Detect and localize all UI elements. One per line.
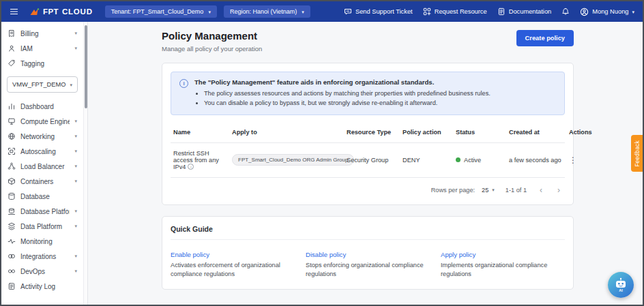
sidebar-item-iam[interactable]: IAM ▾: [1, 41, 83, 56]
request-resource-label: Request Resource: [435, 8, 487, 15]
request-resource-link[interactable]: Request Resource: [423, 7, 487, 16]
user-menu[interactable]: Mong Nuong ▾: [580, 7, 634, 16]
enable-policy-link[interactable]: Enable policy: [171, 251, 209, 258]
sidebar-item-label: Monitoring: [20, 238, 77, 245]
sidebar-item-activity-log[interactable]: Activity Log: [1, 279, 83, 294]
info-bullet: The policy assesses resources and action…: [204, 89, 491, 98]
topbar-right: Send Support Ticket Request Resource Doc…: [344, 7, 634, 16]
chevron-down-icon: ▾: [74, 179, 77, 184]
pagination-next-icon[interactable]: ›: [555, 185, 562, 195]
page-header: Policy Management Manage all policy of y…: [162, 30, 574, 52]
sidebar-item-label: Tagging: [20, 60, 77, 67]
disable-policy-link[interactable]: Disable policy: [306, 251, 346, 258]
sidebar-item-label: Load Balancer: [20, 163, 70, 170]
devops-infinity-icon: [8, 267, 16, 275]
autoscaling-icon: [8, 147, 16, 155]
apply-policy-description: Implements organizational compliance reg…: [441, 261, 565, 280]
chevron-down-icon: ▾: [74, 46, 77, 51]
ai-robot-icon: AI: [613, 277, 629, 293]
tag-icon: [8, 59, 16, 67]
sidebar-item-devops[interactable]: DevOps ▾: [1, 264, 83, 279]
status-cell: Active: [456, 157, 505, 164]
sidebar-item-monitoring[interactable]: Monitoring: [1, 234, 83, 249]
sidebar-item-label: Networking: [20, 133, 70, 140]
chevron-down-icon: ▾: [74, 254, 77, 259]
apply-policy-link[interactable]: Apply policy: [441, 251, 475, 258]
chevron-down-icon: ▾: [74, 134, 77, 139]
sidebar-item-label: Containers: [20, 178, 70, 185]
rows-per-page-value: 25: [482, 187, 488, 194]
notifications-bell-icon[interactable]: [561, 7, 570, 16]
region-label: Region: Hanoi (Vietnam): [230, 8, 297, 15]
page-title: Policy Management: [162, 30, 262, 42]
fpt-logo-icon: [29, 7, 40, 16]
networking-globe-icon: [8, 132, 16, 140]
chevron-down-icon: ▾: [74, 209, 77, 214]
info-icon: i: [179, 79, 188, 88]
policy-name-cell: Restrict SSH access from any IPv4i: [173, 150, 228, 170]
chevron-down-icon: ▾: [74, 164, 77, 169]
quick-guide-card: Quick Guide Enable policy Activates enfo…: [162, 216, 574, 290]
quick-guide-columns: Enable policy Activates enforcement of o…: [171, 247, 565, 280]
info-bullet: You can disable a policy to bypass it, b…: [204, 98, 491, 108]
sidebar-scrollbar-thumb[interactable]: [85, 25, 87, 108]
sidebar-item-database[interactable]: Database: [1, 189, 83, 204]
documentation-link[interactable]: Documentation: [497, 7, 552, 16]
sidebar-item-label: Database: [20, 193, 77, 200]
app-window: FPT CLOUD Tenant: FPT_Smart_Cloud_Demo ▾…: [0, 0, 644, 306]
rows-per-page: Rows per page: 25 ▾: [431, 187, 495, 194]
sidebar-item-label: IAM: [20, 45, 70, 52]
monitoring-pulse-icon: [8, 237, 16, 245]
info-icon: i: [188, 164, 194, 170]
policy-card: i The "Policy Management" feature aids i…: [162, 63, 574, 205]
column-header-status: Status: [456, 129, 505, 136]
row-actions-kebab-icon[interactable]: ⋮: [569, 155, 584, 165]
sidebar-item-compute-engine[interactable]: Compute Engine ▾: [1, 114, 83, 129]
sidebar-item-label: Integrations: [20, 253, 70, 260]
hamburger-menu-icon[interactable]: [10, 7, 18, 16]
apply-to-cell: FPT_Smart_Cloud_Demo ORG Admin Group: [232, 154, 342, 166]
chevron-down-icon: ▾: [74, 119, 77, 124]
sidebar-item-load-balancer[interactable]: Load Balancer ▾: [1, 159, 83, 174]
sidebar-item-database-platform[interactable]: Database Platform ▾: [1, 204, 83, 219]
enable-policy-description: Activates enforcement of organizational …: [171, 261, 295, 280]
activity-log-icon: [8, 282, 16, 290]
create-policy-button[interactable]: Create policy: [516, 30, 574, 46]
feedback-tab[interactable]: Feedback: [631, 135, 643, 172]
send-support-ticket-link[interactable]: Send Support Ticket: [344, 7, 413, 16]
project-selector-value: VMW_FPT_DEMO: [12, 81, 66, 88]
quick-guide-item: Apply policy Implements organizational c…: [441, 247, 565, 280]
dashboard-icon: [8, 102, 16, 110]
brand-fpt-text: FPT: [43, 7, 59, 16]
table-header-row: Name Apply to Resource Type Policy actio…: [171, 122, 565, 143]
column-header-created-at: Created at: [509, 129, 565, 136]
sidebar-item-label: DevOps: [20, 268, 70, 275]
sidebar-item-autoscaling[interactable]: Autoscaling ▾: [1, 144, 83, 159]
rows-per-page-select[interactable]: 25 ▾: [482, 187, 495, 194]
sidebar-item-data-platform[interactable]: Data Platform ▾: [1, 219, 83, 234]
data-platform-layers-icon: [8, 222, 16, 230]
quick-guide-item: Disable policy Stops enforcing organizat…: [306, 247, 430, 280]
sidebar-item-tagging[interactable]: Tagging: [1, 56, 83, 71]
column-header-resource-type: Resource Type: [347, 129, 398, 136]
tenant-selector[interactable]: Tenant: FPT_Smart_Cloud_Demo ▾: [105, 5, 217, 18]
project-selector[interactable]: VMW_FPT_DEMO ▾: [7, 76, 78, 93]
fpt-cloud-logo[interactable]: FPT CLOUD: [29, 7, 93, 16]
policy-name: Restrict SSH access from any IPv4: [173, 150, 219, 170]
sidebar-item-label: Database Platform: [20, 208, 70, 215]
request-resource-icon: [423, 7, 431, 16]
chevron-down-icon: ▾: [74, 269, 77, 274]
region-selector[interactable]: Region: Hanoi (Vietnam) ▾: [224, 5, 310, 18]
pagination-prev-icon[interactable]: ‹: [538, 185, 544, 195]
sidebar-item-label: Activity Log: [20, 283, 77, 290]
sidebar-item-networking[interactable]: Networking ▾: [1, 129, 83, 144]
documentation-icon: [497, 7, 506, 16]
caret-down-icon: ▾: [208, 10, 211, 14]
chevron-down-icon: ▾: [74, 149, 77, 154]
sidebar-item-billing[interactable]: Billing ▾: [1, 26, 83, 41]
sidebar-item-containers[interactable]: Containers ▾: [1, 174, 83, 189]
feedback-label: Feedback: [634, 140, 641, 167]
sidebar-item-dashboard[interactable]: Dashboard: [1, 99, 83, 114]
ai-assistant-button[interactable]: AI: [608, 272, 634, 298]
sidebar-item-integrations[interactable]: Integrations ▾: [1, 249, 83, 264]
